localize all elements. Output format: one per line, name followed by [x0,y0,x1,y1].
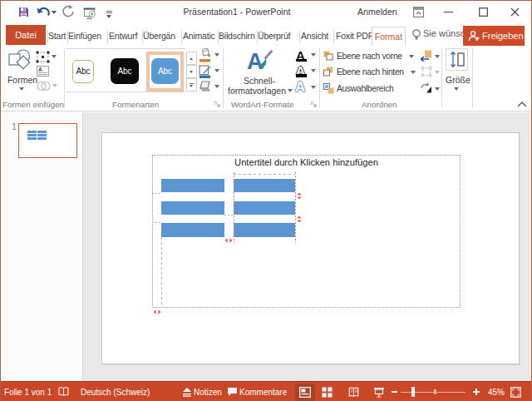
svg-text:A: A [247,49,264,74]
svg-text:A: A [38,67,42,72]
